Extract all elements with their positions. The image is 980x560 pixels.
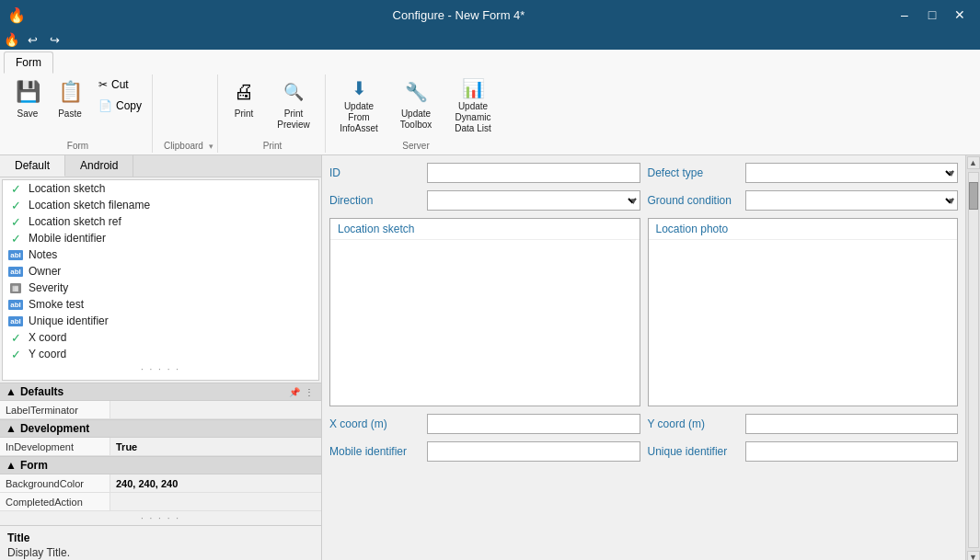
scroll-down-arrow[interactable]: ▼ [967, 551, 980, 560]
ribbon-group-print: 🖨 Print 🔍 Print Preview Print [220, 74, 326, 153]
title-label: Title [7, 531, 314, 544]
props-dots-icon[interactable]: ⋮ [303, 385, 316, 398]
cut-button[interactable]: ✂ Cut [92, 74, 148, 95]
props-header-defaults[interactable]: ▲ Defaults 📌 ⋮ [0, 383, 321, 401]
field-name: Location sketch ref [29, 215, 121, 228]
update-dynamic-data-list-button[interactable]: 📊 Update Dynamic Data List [445, 74, 501, 137]
tab-form[interactable]: Form [4, 51, 53, 74]
direction-select-wrapper: ▼ [427, 190, 640, 211]
list-item[interactable]: ablSmoke test [3, 296, 318, 313]
update-toolbox-button[interactable]: 🔧 Update Toolbox [388, 74, 444, 137]
field-name: Location sketch filename [29, 199, 150, 211]
update-toolbox-icon: 🔧 [401, 77, 431, 107]
ribbon-group-clipboard: Clipboard ▾ [155, 74, 218, 153]
list-item[interactable]: ablOwner [3, 263, 318, 280]
redo-button[interactable]: ↪ [45, 30, 63, 49]
defect-type-label: Defect type [648, 166, 740, 179]
field-name: X coord [29, 331, 66, 344]
cut-icon: ✂ [98, 78, 108, 91]
props-section-defaults: ▲ Defaults 📌 ⋮ LabelTerminator [0, 383, 321, 419]
update-dynamic-data-list-icon: 📊 [458, 77, 488, 99]
list-item[interactable]: ✓Location sketch ref [3, 213, 318, 230]
form-grid: ID Defect type ▼ Direction ▼ Ground con [329, 163, 958, 462]
sub-tab-android[interactable]: Android [65, 155, 133, 177]
field-name: Location sketch [29, 182, 105, 195]
check-icon: ✓ [8, 182, 23, 195]
title-value: Display Title. [7, 546, 314, 559]
location-sketch-body[interactable] [330, 240, 640, 406]
field-list-scroll-indicator: · · · · · [3, 362, 318, 376]
field-name: Smoke test [29, 298, 84, 311]
form-field-defect-type: Defect type ▼ [648, 163, 959, 183]
copy-icon: 📄 [98, 99, 112, 112]
list-item[interactable]: ✓Mobile identifier [3, 230, 318, 246]
y-coord-input[interactable] [745, 414, 959, 434]
list-item[interactable]: ✓Y coord [3, 346, 318, 362]
form-field-mobile-identifier: Mobile identifier [329, 441, 640, 462]
sub-tab-default[interactable]: Default [0, 155, 65, 177]
quick-access-toolbar: 🔥 ↩ ↪ [0, 29, 980, 50]
id-label: ID [329, 166, 421, 179]
list-item[interactable]: ▦Severity [3, 280, 318, 296]
defect-type-select-wrapper: ▼ [745, 163, 959, 183]
title-bar: 🔥 Configure - New Form 4* – □ ✕ [0, 0, 980, 29]
props-scroll-indicator: · · · · · [0, 511, 321, 525]
chevron-up-icon-form: ▲ [6, 459, 17, 472]
list-item[interactable]: ablUnique identifier [3, 313, 318, 329]
scroll-up-arrow[interactable]: ▲ [967, 156, 980, 169]
defect-type-select[interactable] [745, 163, 959, 183]
props-row-label-terminator: LabelTerminator [0, 401, 321, 419]
update-from-infoasset-button[interactable]: ⬇ Update From InfoAsset [331, 74, 386, 137]
props-header-form-section[interactable]: ▲ Form [0, 457, 321, 474]
main-container: Default Android ✓Location sketch✓Locatio… [0, 155, 980, 560]
save-button[interactable]: 💾 Save [7, 74, 48, 137]
list-item[interactable]: ✓Location sketch filename [3, 197, 318, 213]
undo-button[interactable]: ↩ [23, 30, 41, 49]
props-section-development: ▲ Development InDevelopment True [0, 419, 321, 456]
y-coord-label: Y coord (m) [648, 417, 740, 430]
chevron-up-icon: ▲ [6, 385, 17, 398]
paste-button[interactable]: 📋 Paste [50, 74, 90, 137]
unique-identifier-input[interactable] [745, 441, 959, 462]
check-icon: ✓ [8, 348, 23, 360]
print-preview-button[interactable]: 🔍 Print Preview [266, 74, 321, 137]
print-preview-icon: 🔍 [279, 77, 308, 107]
form-field-unique-identifier: Unique identifier [648, 441, 959, 462]
scrollbar-track[interactable] [968, 172, 979, 548]
form-field-x-coord: X coord (m) [329, 414, 640, 434]
close-button[interactable]: ✕ [947, 5, 973, 25]
list-item[interactable]: ✓Location sketch [3, 180, 318, 197]
maximize-button[interactable]: □ [919, 5, 945, 25]
direction-label: Direction [329, 194, 421, 207]
scrollbar-thumb[interactable] [969, 182, 978, 210]
clipboard-expand-icon[interactable]: ▾ [209, 142, 213, 151]
direction-select[interactable] [427, 190, 640, 211]
props-row-completed-action: CompletedAction [0, 493, 321, 511]
x-coord-input[interactable] [427, 414, 640, 434]
field-list: ✓Location sketch✓Location sketch filenam… [3, 180, 318, 380]
abl-icon: abl [8, 298, 23, 311]
minimize-button[interactable]: – [892, 5, 917, 25]
mobile-identifier-label: Mobile identifier [329, 445, 421, 458]
location-photo-body[interactable] [649, 240, 958, 406]
form-field-y-coord: Y coord (m) [648, 414, 959, 434]
abl-icon: abl [8, 314, 23, 327]
form-field-direction: Direction ▼ [329, 190, 640, 211]
copy-button[interactable]: 📄 Copy [92, 96, 148, 116]
chevron-up-icon-dev: ▲ [6, 422, 17, 435]
left-panel: Default Android ✓Location sketch✓Locatio… [0, 155, 322, 560]
x-coord-label: X coord (m) [329, 417, 421, 430]
id-input[interactable] [427, 163, 640, 183]
field-name: Unique identifier [29, 314, 109, 327]
ground-condition-select[interactable] [745, 190, 959, 211]
field-name: Owner [29, 265, 61, 278]
mobile-identifier-input[interactable] [427, 441, 640, 462]
update-from-infoasset-icon: ⬇ [344, 77, 374, 99]
title-section: Title Display Title. [0, 525, 321, 560]
list-item[interactable]: ablNotes [3, 246, 318, 263]
list-item[interactable]: ✓X coord [3, 329, 318, 346]
props-pin-icon[interactable]: 📌 [288, 385, 301, 398]
props-header-development[interactable]: ▲ Development [0, 420, 321, 438]
print-button[interactable]: 🖨 Print [224, 74, 264, 137]
abl-icon: abl [8, 248, 23, 261]
